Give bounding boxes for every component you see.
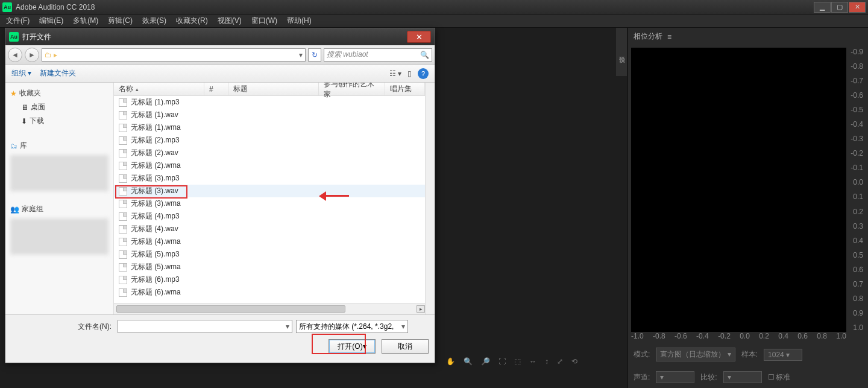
zoom-out-icon[interactable]: 🔎 — [481, 357, 490, 366]
preview-pane-button[interactable]: ▯ — [407, 69, 412, 78]
menu-multitrack[interactable]: 多轨(M) — [68, 14, 103, 27]
menu-file[interactable]: 文件(F) — [1, 14, 34, 27]
sidebar-favorites[interactable]: ★收藏夹 — [10, 86, 108, 100]
sidebar-downloads[interactable]: ⬇下载 — [10, 114, 108, 128]
xt: 0.0 — [740, 332, 750, 343]
column-title[interactable]: 标题 — [228, 83, 319, 95]
file-icon — [119, 98, 127, 107]
zoom-in-icon[interactable]: 🔍 — [464, 357, 473, 366]
channel-select[interactable]: ▾ — [656, 371, 694, 383]
star-icon: ★ — [10, 89, 17, 98]
menu-favorites[interactable]: 收藏夹(R) — [171, 14, 213, 27]
zoom-sel-icon[interactable]: ⬚ — [514, 357, 521, 366]
column-artist[interactable]: 参与创作的艺术家 — [319, 83, 385, 95]
close-button[interactable]: ✕ — [849, 2, 866, 13]
horizontal-scrollbar[interactable]: ▸ — [114, 304, 425, 314]
file-row[interactable]: 无标题 (6).wma — [114, 286, 425, 299]
file-row[interactable]: 无标题 (1).mp3 — [114, 96, 425, 109]
menu-edit[interactable]: 编辑(E) — [34, 14, 68, 27]
file-row[interactable]: 无标题 (3).mp3 — [114, 172, 425, 185]
chevron-down-icon[interactable]: ▾ — [299, 51, 303, 59]
sidebar-library[interactable]: 🗂库 — [10, 139, 108, 153]
open-button[interactable]: 打开(O) ▾ — [329, 339, 376, 354]
mode-select[interactable]: 直方图（日志缩放） ▾ — [656, 348, 735, 361]
file-row[interactable]: 无标题 (2).mp3 — [114, 134, 425, 147]
mode-label: 模式: — [634, 349, 650, 360]
file-row[interactable]: 无标题 (5).mp3 — [114, 248, 425, 261]
yt: 0.4 — [848, 237, 863, 245]
file-row[interactable]: 无标题 (2).wav — [114, 147, 425, 159]
app-icon: Au — [2, 2, 12, 12]
file-row[interactable]: 无标题 (1).wma — [114, 121, 425, 134]
vertical-scrollbar[interactable] — [425, 83, 435, 314]
file-name: 无标题 (1).wav — [131, 110, 178, 120]
zoom-out-h-icon[interactable]: ↕ — [545, 357, 549, 366]
zoom-full-icon[interactable]: ⤢ — [557, 357, 563, 366]
maximize-button[interactable]: ▢ — [831, 2, 848, 13]
xt: 1.0 — [836, 332, 846, 343]
file-row[interactable]: 无标题 (3).wav — [114, 185, 425, 197]
scrollbar-thumb[interactable] — [116, 305, 345, 313]
open-file-dialog: Au 打开文件 ✕ ◄ ► 🗀 ▸ ▾ ↻ 搜索 wubiaot 🔍 组织 ▾ … — [5, 28, 435, 363]
file-icon — [119, 136, 127, 145]
zoom-reset-icon[interactable]: ⟲ — [571, 357, 577, 366]
normalize-checkbox[interactable]: ☐ 标准 — [768, 372, 790, 383]
menu-help[interactable]: 帮助(H) — [282, 14, 316, 27]
search-icon[interactable]: 🔍 — [420, 51, 429, 59]
file-row[interactable]: 无标题 (2).wma — [114, 159, 425, 172]
file-row[interactable]: 无标题 (4).wma — [114, 235, 425, 248]
minimize-button[interactable]: ▁ — [814, 2, 831, 13]
preset-strip[interactable]: 预设 — [616, 28, 627, 76]
file-row[interactable]: 无标题 (4).wav — [114, 223, 425, 235]
forward-button[interactable]: ► — [25, 48, 39, 62]
refresh-button[interactable]: ↻ — [308, 48, 321, 62]
scroll-right-icon[interactable]: ▸ — [417, 305, 425, 313]
filename-input[interactable]: ▾ — [118, 320, 292, 333]
chevron-down-icon[interactable]: ▾ — [283, 322, 292, 331]
sidebar-homegroup[interactable]: 👥家庭组 — [10, 202, 108, 216]
phase-chart[interactable] — [631, 48, 846, 332]
menu-window[interactable]: 窗口(W) — [247, 14, 282, 27]
file-name: 无标题 (5).wma — [131, 262, 181, 272]
file-row[interactable]: 无标题 (3).wma — [114, 197, 425, 210]
file-list: 名称▴ # 标题 参与创作的艺术家 唱片集 无标题 (1).mp3无标题 (1)… — [114, 83, 425, 314]
xt: -1.0 — [631, 332, 644, 343]
help-button[interactable]: ? — [418, 68, 429, 79]
column-number[interactable]: # — [204, 83, 228, 95]
menu-clip[interactable]: 剪辑(C) — [103, 14, 137, 27]
file-row[interactable]: 无标题 (5).wma — [114, 261, 425, 273]
filetype-select[interactable]: 所有支持的媒体 (*.264, *.3g2,▾ — [296, 320, 408, 333]
cancel-button[interactable]: 取消 — [382, 339, 429, 354]
sample-select[interactable]: 1024 ▾ — [764, 349, 802, 361]
organize-button[interactable]: 组织 ▾ — [11, 68, 31, 78]
sidebar-desktop[interactable]: 🖥桌面 — [10, 100, 108, 114]
compare-select[interactable]: ▾ — [723, 371, 762, 383]
file-name: 无标题 (2).wav — [131, 148, 178, 158]
file-name: 无标题 (3).mp3 — [131, 173, 180, 183]
xt: -0.6 — [675, 332, 687, 343]
back-button[interactable]: ◄ — [8, 48, 22, 62]
breadcrumb[interactable]: 🗀 ▸ ▾ — [42, 48, 306, 62]
file-row[interactable]: 无标题 (4).mp3 — [114, 210, 425, 223]
zoom-in-h-icon[interactable]: ↔ — [529, 357, 536, 366]
file-row[interactable]: 无标题 (1).wav — [114, 109, 425, 121]
file-icon — [119, 212, 127, 221]
chevron-down-icon[interactable]: ▾ — [401, 322, 405, 331]
menu-view[interactable]: 视图(V) — [213, 14, 247, 27]
phase-menu-icon[interactable]: ≡ — [667, 33, 671, 41]
file-icon — [119, 263, 127, 272]
file-name: 无标题 (3).wma — [131, 199, 181, 209]
file-name: 无标题 (3).wav — [131, 186, 178, 196]
column-album[interactable]: 唱片集 — [385, 83, 425, 95]
dialog-close-button[interactable]: ✕ — [407, 31, 431, 43]
yt: -0.5 — [848, 106, 863, 114]
view-mode-button[interactable]: ☷ ▾ — [389, 69, 401, 78]
file-row[interactable]: 无标题 (6).mp3 — [114, 273, 425, 286]
new-folder-button[interactable]: 新建文件夹 — [40, 68, 76, 78]
filename-label: 文件名(N): — [78, 322, 112, 332]
menu-effects[interactable]: 效果(S) — [137, 14, 171, 27]
column-name[interactable]: 名称▴ — [114, 83, 204, 95]
search-input[interactable]: 搜索 wubiaot 🔍 — [324, 48, 432, 62]
fit-icon[interactable]: ⛶ — [498, 357, 506, 366]
hand-tool-icon[interactable]: ✋ — [446, 357, 455, 366]
